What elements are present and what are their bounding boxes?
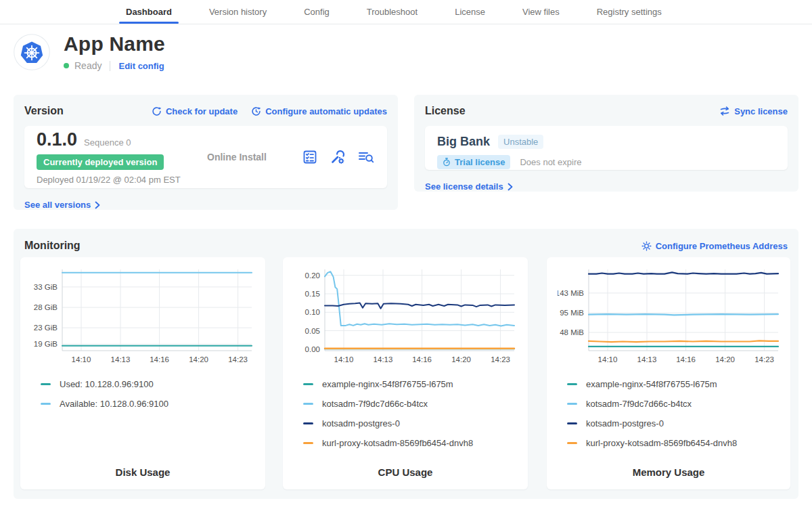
config-wrench-icon[interactable] [330, 149, 346, 165]
version-card: Version Check for update Configure autom… [14, 95, 398, 210]
svg-text:14:20: 14:20 [451, 355, 471, 364]
disk-usage-legend: Used: 10.128.0.96:9100Available: 10.128.… [31, 379, 254, 409]
deployed-timestamp: Deployed 01/19/22 @ 02:04 pm EST [37, 175, 207, 185]
chart-title: Memory Usage [547, 466, 790, 478]
legend-item: kotsadm-7f9dc7d66c-b4tcx [567, 399, 780, 409]
ready-status-dot-icon [64, 63, 69, 68]
svg-text:14:20: 14:20 [189, 355, 208, 364]
channel-badge: Unstable [498, 135, 543, 149]
view-logs-icon[interactable] [357, 149, 375, 165]
svg-text:48 MiB: 48 MiB [560, 328, 584, 336]
clock-refresh-icon [251, 106, 261, 116]
legend-label: kotsadm-7f9dc7d66c-b4tcx [586, 399, 692, 409]
svg-text:33 GiB: 33 GiB [34, 283, 58, 291]
svg-text:19 GiB: 19 GiB [34, 340, 58, 348]
chart-title: Disk Usage [20, 466, 265, 478]
refresh-icon [152, 106, 162, 116]
configure-automatic-updates-button[interactable]: Configure automatic updates [251, 106, 387, 116]
configure-prometheus-button[interactable]: Configure Prometheus Address [641, 241, 788, 251]
svg-text:14:13: 14:13 [374, 355, 393, 364]
preflight-checks-icon[interactable] [302, 149, 318, 165]
legend-swatch-icon [567, 442, 577, 444]
memory-usage-chart: 48 MiB95 MiB143 MiB14:1014:1314:1614:201… [558, 265, 781, 368]
tab-dashboard[interactable]: Dashboard [126, 0, 172, 24]
legend-label: kotsadm-7f9dc7d66c-b4tcx [322, 399, 428, 409]
sequence-label: Sequence 0 [84, 137, 131, 148]
svg-text:14:10: 14:10 [334, 355, 354, 364]
trial-license-badge: Trial license [437, 155, 510, 169]
legend-swatch-icon [303, 383, 313, 385]
svg-text:14:16: 14:16 [150, 355, 169, 364]
swap-arrows-icon [719, 106, 730, 116]
top-navigation: Dashboard Version history Config Trouble… [0, 0, 812, 24]
license-panel: Big Bank Unstable Trial license Does not… [425, 126, 788, 170]
cpu-usage-chart: 0.000.050.100.150.2014:1014:1314:1614:20… [294, 265, 517, 368]
currently-deployed-badge: Currently deployed version [37, 154, 164, 170]
install-type-label: Online Install [207, 152, 267, 162]
license-expiry-text: Does not expire [520, 157, 581, 167]
legend-item: example-nginx-54f8f76755-l675m [567, 379, 780, 389]
svg-text:0.10: 0.10 [305, 308, 320, 316]
tab-registry-settings[interactable]: Registry settings [597, 0, 662, 24]
legend-label: example-nginx-54f8f76755-l675m [586, 379, 717, 389]
legend-item: example-nginx-54f8f76755-l675m [303, 379, 517, 389]
svg-text:14:16: 14:16 [676, 355, 696, 364]
legend-item: kotsadm-postgres-0 [567, 418, 780, 429]
legend-label: example-nginx-54f8f76755-l675m [322, 379, 453, 389]
license-card-title: License [425, 105, 466, 117]
sync-license-button[interactable]: Sync license [719, 106, 788, 116]
legend-swatch-icon [567, 383, 577, 385]
svg-text:0.20: 0.20 [305, 271, 320, 280]
license-customer-name: Big Bank [437, 135, 490, 149]
legend-label: kurl-proxy-kotsadm-8569fb6454-dnvh8 [586, 438, 737, 448]
status-badge: Ready [74, 60, 102, 71]
current-version-panel: 0.1.0 Sequence 0 Currently deployed vers… [24, 126, 387, 188]
svg-text:14:10: 14:10 [598, 355, 618, 364]
svg-text:14:16: 14:16 [412, 355, 432, 364]
svg-text:0.15: 0.15 [305, 290, 320, 298]
chevron-right-icon [95, 201, 100, 209]
stopwatch-icon [443, 158, 451, 167]
legend-label: kurl-proxy-kotsadm-8569fb6454-dnvh8 [322, 438, 473, 448]
cpu-usage-legend: example-nginx-54f8f76755-l675mkotsadm-7f… [294, 379, 517, 448]
legend-item: kurl-proxy-kotsadm-8569fb6454-dnvh8 [303, 438, 517, 448]
svg-text:14:10: 14:10 [72, 355, 91, 364]
tab-config[interactable]: Config [304, 0, 330, 24]
disk-usage-chart: 19 GiB23 GiB28 GiB33 GiB14:1014:1314:161… [31, 265, 254, 368]
svg-text:23 GiB: 23 GiB [34, 324, 58, 332]
tab-view-files[interactable]: View files [522, 0, 560, 24]
legend-swatch-icon [41, 383, 51, 385]
legend-swatch-icon [303, 422, 313, 424]
svg-text:14:13: 14:13 [111, 355, 131, 364]
tab-license[interactable]: License [455, 0, 485, 24]
app-header-text: App Name Ready Edit config [64, 32, 165, 71]
svg-text:0.05: 0.05 [305, 327, 320, 335]
legend-label: kotsadm-postgres-0 [322, 418, 400, 429]
monitoring-section: Monitoring Configure Prometheus Address … [14, 229, 798, 499]
svg-text:143 MiB: 143 MiB [558, 289, 584, 297]
svg-text:14:20: 14:20 [715, 355, 735, 364]
cpu-usage-panel: 0.000.050.100.150.2014:1014:1314:1614:20… [283, 257, 528, 489]
chart-title: CPU Usage [283, 466, 528, 478]
legend-swatch-icon [567, 403, 577, 405]
gear-icon [641, 241, 652, 251]
check-for-update-button[interactable]: Check for update [152, 106, 238, 116]
legend-item: kotsadm-7f9dc7d66c-b4tcx [303, 399, 517, 409]
tab-version-history[interactable]: Version history [209, 0, 267, 24]
see-license-details-link[interactable]: See license details [425, 181, 513, 192]
legend-label: Available: 10.128.0.96:9100 [60, 399, 168, 409]
legend-item: kurl-proxy-kotsadm-8569fb6454-dnvh8 [567, 438, 780, 448]
memory-usage-panel: 48 MiB95 MiB143 MiB14:1014:1314:1614:201… [547, 257, 790, 489]
svg-text:14:23: 14:23 [754, 355, 774, 364]
app-header: App Name Ready Edit config [14, 32, 165, 71]
see-all-versions-link[interactable]: See all versions [24, 200, 100, 210]
svg-text:95 MiB: 95 MiB [560, 309, 584, 317]
chevron-right-icon [508, 183, 513, 191]
edit-config-link[interactable]: Edit config [118, 61, 164, 71]
legend-item: Available: 10.128.0.96:9100 [41, 399, 254, 409]
legend-label: kotsadm-postgres-0 [586, 418, 664, 429]
tab-troubleshoot[interactable]: Troubleshoot [367, 0, 418, 24]
monitoring-title: Monitoring [24, 240, 81, 252]
legend-label: Used: 10.128.0.96:9100 [60, 379, 154, 389]
memory-usage-legend: example-nginx-54f8f76755-l675mkotsadm-7f… [558, 379, 780, 448]
